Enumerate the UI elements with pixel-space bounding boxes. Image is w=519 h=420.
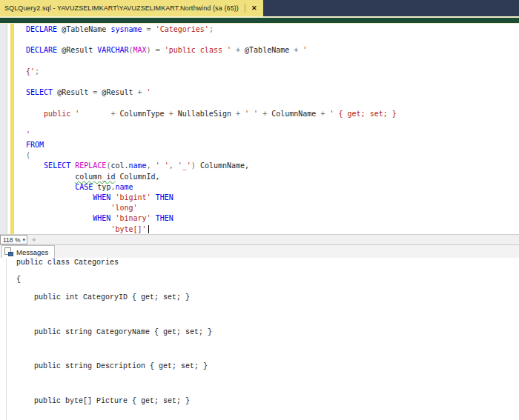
code-token: {' (26, 67, 35, 76)
code-token: 'public class ' (165, 46, 231, 54)
code-token: NullableSign (178, 110, 236, 118)
tab-messages[interactable]: Messages (1, 245, 55, 258)
code-token: ' ' (245, 110, 258, 118)
results-tab-row: Messages (0, 244, 519, 258)
messages-tab-label: Messages (16, 248, 48, 256)
code-token: ) = (147, 46, 165, 54)
code-line[interactable]: SELECT @Result = @Result + ' (26, 87, 519, 98)
code-token: SELECT (26, 88, 53, 96)
code-token: 'long' (110, 204, 137, 212)
code-line[interactable]: ' (26, 130, 519, 140)
code-line[interactable]: CASE typ.name (26, 182, 519, 193)
code-token: THEN (156, 193, 173, 201)
code-token: ' (303, 46, 307, 54)
messages-icon (4, 247, 13, 256)
editor-zoom-combo[interactable]: 118 % ▾ (0, 235, 27, 244)
document-tab-bar: SQLQuery2.sql - YAVUZSELIMKART\YAVUZSELI… (0, 0, 519, 16)
code-token: DECLARE (26, 46, 57, 54)
code-area[interactable]: DECLARE @TableName sysname = 'Categories… (14, 24, 519, 234)
code-token: FROM (26, 141, 44, 149)
code-line[interactable]: WHEN 'bigint' THEN (26, 193, 519, 203)
scroll-left-arrow-icon[interactable]: ◄ (29, 236, 36, 243)
sql-editor[interactable]: DECLARE @TableName sysname = 'Categories… (0, 24, 519, 234)
code-token (26, 193, 93, 201)
code-token: ; (35, 67, 39, 76)
tab-accent-strip (0, 16, 519, 24)
code-line[interactable]: 'long' (26, 203, 519, 213)
code-token: , (169, 161, 178, 170)
code-line[interactable]: 'byte[]' (26, 224, 519, 234)
code-token: 'byte[]' (110, 225, 146, 233)
code-line[interactable]: DECLARE @TableName sysname = 'Categories… (26, 24, 519, 35)
code-token: + (236, 110, 245, 118)
code-token: @TableName (245, 46, 289, 54)
chevron-down-icon: ▾ (22, 237, 25, 243)
code-line[interactable] (26, 77, 519, 87)
code-token: public ' (26, 110, 79, 118)
code-line[interactable]: ( (26, 150, 519, 161)
horizontal-scrollbar[interactable]: ◄ (29, 235, 519, 244)
code-token: typ. (93, 183, 115, 191)
code-line[interactable] (26, 35, 519, 45)
code-token: + (138, 88, 147, 96)
code-line[interactable]: DECLARE @Result VARCHAR(MAX) = 'public c… (26, 45, 519, 56)
code-token: ColumnType (119, 110, 168, 118)
code-token: ' (147, 88, 151, 96)
code-line[interactable]: {'; (26, 67, 519, 77)
code-token: name (115, 183, 133, 191)
code-token: + (258, 110, 271, 118)
code-token: + (316, 110, 329, 118)
code-token: @Result (57, 46, 97, 54)
code-line[interactable]: column_id ColumnId, (26, 172, 519, 182)
code-line[interactable] (26, 98, 519, 108)
code-token: col. (110, 161, 128, 170)
code-line[interactable]: WHEN 'binary' THEN (26, 213, 519, 224)
code-token: ColumnName, (200, 161, 249, 170)
editor-status-row: 118 % ▾ ◄ (0, 234, 519, 244)
code-token: CASE (75, 183, 93, 191)
messages-output[interactable]: public class Categories { public int Cat… (6, 258, 519, 420)
code-line[interactable] (26, 56, 519, 67)
code-token: = (142, 25, 156, 33)
code-token: DECLARE (26, 25, 57, 33)
code-token: + (79, 110, 119, 118)
code-token: SELECT (44, 161, 70, 170)
tab-separator (245, 4, 245, 13)
code-token: '_' (178, 161, 191, 170)
code-token (26, 161, 44, 170)
code-token: ' ' (156, 161, 169, 170)
code-token (26, 204, 110, 212)
code-token: ; (209, 25, 214, 33)
indicator-margin (0, 24, 7, 234)
code-token: VARCHAR (97, 46, 128, 54)
code-token: THEN (156, 214, 173, 222)
code-token: + (231, 46, 245, 54)
code-token: name (129, 161, 147, 170)
close-icon[interactable]: ✕ (250, 4, 259, 12)
code-token: ' (26, 130, 30, 139)
text-caret (148, 225, 149, 233)
code-line[interactable] (26, 119, 519, 130)
code-token: MAX (133, 46, 147, 54)
code-token: @Result (102, 88, 137, 96)
zoom-level-value: 118 % (3, 236, 20, 244)
code-token (26, 183, 75, 191)
code-token: ) (191, 161, 200, 170)
code-token: sysname (110, 25, 142, 33)
code-token: ColumnName (271, 110, 316, 118)
code-token: column_id (75, 173, 115, 181)
code-token: REPLACE (75, 161, 106, 170)
code-token (26, 214, 93, 222)
code-token (26, 225, 110, 233)
code-token: , (147, 161, 156, 170)
code-line[interactable]: public ' + ColumnType + NullableSign + '… (26, 109, 519, 119)
code-token: ' { get; set; } (329, 110, 396, 118)
code-token: @TableName (57, 25, 110, 33)
code-token: WHEN (93, 214, 110, 222)
code-token: = (93, 88, 102, 96)
code-line[interactable]: FROM (26, 140, 519, 150)
document-tab[interactable]: SQLQuery2.sql - YAVUZSELIMKART\YAVUZSELI… (0, 0, 263, 16)
code-token: + (169, 110, 178, 118)
code-line[interactable]: SELECT REPLACE(col.name, ' ', '_') Colum… (26, 161, 519, 171)
code-token: 'bigint' (115, 193, 151, 201)
